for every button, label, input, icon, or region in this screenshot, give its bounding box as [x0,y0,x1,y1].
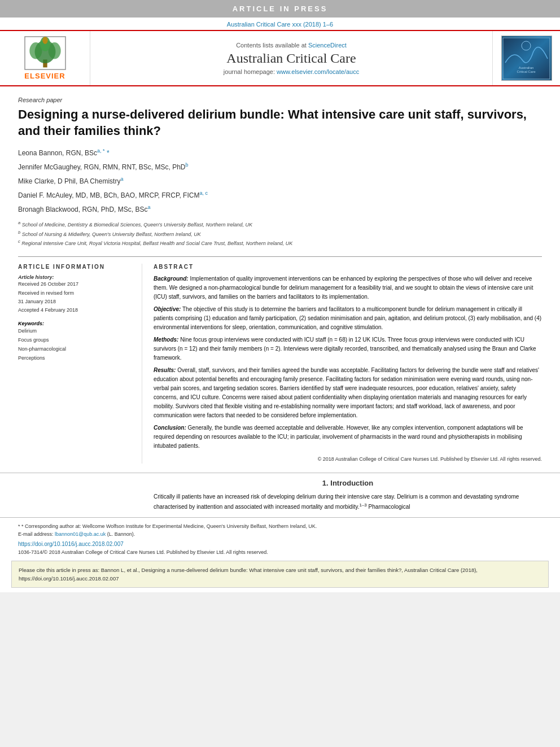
author-5: Bronagh Blackwood, RGN, PhD, MSc, BSca [18,202,542,216]
author-2: Jennifer McGaughey, RGN, RMN, RNT, BSc, … [18,160,542,174]
abstract-conclusion: Conclusion: Generally, the bundle was de… [154,423,542,451]
doi-bottom[interactable]: https://doi.org/10.1016/j.aucc.2018.02.0… [0,540,560,548]
sciencedirect-line: Contents lists available at ScienceDirec… [236,42,347,49]
page: ARTICLE IN PRESS Australian Critical Car… [0,0,560,592]
history-label: Article history: [18,274,134,280]
abstract-header: ABSTRACT [154,264,542,270]
affiliations: a School of Medicine, Dentistry & Biomed… [18,220,542,247]
elsevier-logo: ELSEVIER [23,36,68,80]
journal-info-center: Contents lists available at ScienceDirec… [90,31,492,85]
author-3: Mike Clarke, D Phil, BA Chemistrya [18,174,542,188]
article-info-header: ARTICLE INFORMATION [18,264,134,270]
section-label: Research paper [18,97,542,103]
svg-text:Critical Care: Critical Care [517,70,536,73]
affiliation-c: c Regional Intensive Care Unit, Royal Vi… [18,238,542,247]
elsevier-tree-icon [23,36,68,70]
abstract-objective: Objective: The objective of this study i… [154,305,542,332]
svg-point-6 [42,37,47,44]
abstract-text: Background: Implementation of quality im… [154,274,542,463]
author-1: Leona Bannon, RGN, BSca, * * [18,146,542,160]
elsevier-wordmark: ELSEVIER [24,72,65,80]
affiliation-a: a School of Medicine, Dentistry & Biomed… [18,220,542,229]
banner-text: ARTICLE IN PRESS [233,5,328,13]
article-title: Designing a nurse-delivered delirium bun… [18,107,542,139]
abstract-background: Background: Implementation of quality im… [154,274,542,302]
journal-cover-container: Australian Critical Care [492,31,560,85]
journal-cover-image: Australian Critical Care [501,36,552,81]
issn-line: 1036-7314/© 2018 Australian College of C… [0,548,560,556]
abstract-results: Results: Overall, staff, survivors, and … [154,366,542,420]
introduction-section: 1. Introduction Critically ill patients … [0,473,560,517]
intro-left-spacer [18,479,142,512]
keywords-section: Keywords: Delirium Focus groups Non-phar… [18,321,134,363]
received-date: Received 26 October 2017 Received in rev… [18,280,134,314]
article-info-column: ARTICLE INFORMATION Article history: Rec… [18,264,142,463]
article-history: Article history: Received 26 October 201… [18,274,134,314]
citation-banner: Please cite this article in press as: Ba… [11,561,549,588]
star-footnote: * * Corresponding author at: Wellcome Wo… [18,522,542,530]
affiliation-b: b School of Nursing & Midwifery, Queen's… [18,229,542,238]
main-content: Research paper Designing a nurse-deliver… [0,88,560,473]
journal-title: Australian Critical Care [226,51,356,66]
abstract-column: ABSTRACT Background: Implementation of q… [154,264,542,463]
intro-content: 1. Introduction Critically ill patients … [154,479,542,512]
journal-header: ELSEVIER Contents lists available at Sci… [0,30,560,86]
authors-list: Leona Bannon, RGN, BSca, * * Jennifer Mc… [18,146,542,216]
email-link[interactable]: lbannon01@qub.ac.uk [55,531,106,537]
sciencedirect-link[interactable]: ScienceDirect [308,42,347,49]
homepage-link[interactable]: www.elsevier.com/locate/aucc [277,68,359,75]
intro-section-number: 1. Introduction [154,479,542,487]
elsevier-logo-container: ELSEVIER [0,31,90,85]
doi-header-line: Australian Critical Care xxx (2018) 1–6 [0,18,560,29]
article-in-press-banner: ARTICLE IN PRESS [0,0,560,18]
abstract-methods: Methods: Nine focus group interviews wer… [154,335,542,362]
doi-header-text: Australian Critical Care xxx (2018) 1–6 [227,21,333,28]
email-footnote: E-mail address: lbannon01@qub.ac.uk (L. … [18,530,542,538]
footer-notes: * * Corresponding author at: Wellcome Wo… [0,517,560,540]
copyright-line: © 2018 Australian College of Critical Ca… [154,455,542,463]
author-4: Daniel F. McAuley, MD, MB, BCh, BAO, MRC… [18,188,542,202]
homepage-line: journal homepage: www.elsevier.com/locat… [224,68,359,75]
svg-text:Australian: Australian [519,66,534,69]
info-abstract-section: ARTICLE INFORMATION Article history: Rec… [18,256,542,463]
keywords-label: Keywords: [18,321,134,326]
intro-text: Critically ill patients have an increase… [154,492,542,512]
keywords-list: Delirium Focus groups Non-pharmacologica… [18,326,134,363]
journal-cover-svg: Australian Critical Care [502,37,550,80]
